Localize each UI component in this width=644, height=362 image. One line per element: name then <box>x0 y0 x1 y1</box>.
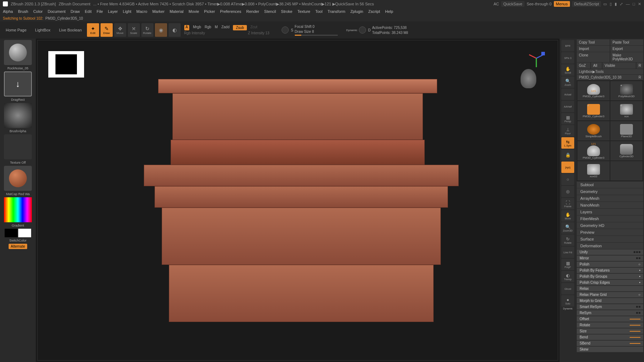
move-mode-button[interactable]: ✥Move <box>114 23 126 37</box>
drawsize-slider[interactable]: Draw Size 8 <box>295 30 338 34</box>
deform-resym[interactable]: ReSym <box>577 310 643 316</box>
menu-macro[interactable]: Macro <box>136 9 147 14</box>
xyz-button[interactable]: (xyz) <box>561 162 574 173</box>
color-picker[interactable] <box>4 197 32 222</box>
polyf-button[interactable]: ▦PolyF <box>561 259 574 270</box>
dynamic-label[interactable]: Dynamic <box>346 29 357 32</box>
gizmo-button[interactable]: ◉ <box>155 23 167 37</box>
deform-polishbygroups[interactable]: Polish By Groups• <box>577 274 643 279</box>
menu-help[interactable]: Help <box>385 9 393 14</box>
menu-edit[interactable]: Edit <box>85 9 92 14</box>
section-geometryhd[interactable]: Geometry HD <box>577 222 643 229</box>
swatch-white[interactable] <box>18 229 31 237</box>
focalshift-slider[interactable]: Focal Shift 0 <box>295 25 338 29</box>
tool-item-9[interactable] <box>610 161 643 180</box>
a-button[interactable]: A <box>184 25 190 30</box>
edit-mode-button[interactable]: ✦Edit <box>87 23 99 37</box>
alpha-thumbnail[interactable] <box>4 103 32 128</box>
current-tool-row[interactable]: PM3D_Cylinder3D5_10 38R <box>577 75 643 80</box>
goz-visible-button[interactable]: Visible <box>602 63 636 69</box>
aahalf-button[interactable]: AAHalf <box>561 101 574 112</box>
makepolymesh-button[interactable]: Make PolyMesh3D <box>610 52 643 62</box>
scale-mode-button[interactable]: ⤧Scale <box>128 23 140 37</box>
deform-unify[interactable]: Unify <box>577 249 643 255</box>
menu-layer[interactable]: Layer <box>108 9 118 14</box>
liveboolean-button[interactable]: Live Boolean <box>55 26 86 34</box>
menu-render[interactable]: Render <box>246 9 259 14</box>
menu-material[interactable]: Material <box>170 9 184 14</box>
menu-light[interactable]: Light <box>123 9 131 14</box>
menu-movie[interactable]: Movie <box>189 9 199 14</box>
import-button[interactable]: Import <box>577 46 610 52</box>
tool-item-3[interactable]: ❋xox <box>610 101 643 120</box>
solo-button[interactable]: ●Solo <box>561 295 574 307</box>
export-button[interactable]: Export <box>610 46 643 52</box>
menu-tool[interactable]: Tool <box>315 9 322 14</box>
draw-mode-button[interactable]: ✎Draw <box>101 23 113 37</box>
menu-zplugin[interactable]: Zplugin <box>350 9 363 14</box>
spix-button[interactable]: SPix 3 <box>561 52 574 64</box>
tool-item-7[interactable]: Cylinder3D <box>610 141 643 160</box>
linefill-button[interactable]: Line Fill <box>561 247 574 258</box>
close-icon[interactable]: ✕ <box>638 2 641 6</box>
lsym-button[interactable]: ⇆L.Sym <box>561 137 574 149</box>
clone-button[interactable]: Clone <box>577 52 610 62</box>
zadd-button[interactable]: Zadd <box>221 25 230 30</box>
zoom3d-button[interactable]: 🔍Zoom3D <box>561 222 574 234</box>
m-button[interactable]: M <box>215 25 218 30</box>
menu-preferences[interactable]: Preferences <box>220 9 241 14</box>
viewport[interactable] <box>37 40 558 361</box>
floor-button[interactable]: ⊥Floor <box>561 125 574 137</box>
section-subtool[interactable]: Subtool <box>577 182 643 188</box>
sculptris-button[interactable]: ◐ <box>169 23 181 37</box>
quicksave-button[interactable]: QuickSave <box>501 1 525 7</box>
menu-stroke[interactable]: Stroke <box>281 9 292 14</box>
minimize-icon[interactable]: — <box>626 2 630 6</box>
lightbox-button[interactable]: LightBox <box>31 26 54 34</box>
mrgb-button[interactable]: Mrgb <box>193 25 201 30</box>
menu-marker[interactable]: Marker <box>152 9 165 14</box>
frame-button[interactable]: ⛶Frame <box>561 198 574 209</box>
swatch-black[interactable] <box>5 229 18 237</box>
transp-button[interactable]: ◐Transp <box>561 271 574 282</box>
scroll-button[interactable]: ✋Scroll <box>561 64 574 76</box>
goz-all-button[interactable]: All <box>591 63 602 69</box>
deform-bend[interactable]: Bend <box>577 334 643 340</box>
zcut-button[interactable]: Zcut <box>250 25 257 30</box>
defaultzscript-button[interactable]: DefaultZScript <box>572 1 601 7</box>
menu-alpha[interactable]: Alpha <box>3 9 13 14</box>
menu-texture[interactable]: Texture <box>297 9 310 14</box>
deform-mirror[interactable]: Mirror <box>577 256 643 261</box>
move3d-button[interactable]: ✋Move <box>561 210 574 222</box>
deform-polishbyfeatures[interactable]: Polish By Features• <box>577 268 643 273</box>
material-thumbnail[interactable] <box>4 166 32 191</box>
seethrough-slider[interactable]: See-through 0 <box>527 2 552 6</box>
tool-item-1[interactable]: ✦PolyMesh3D <box>610 81 643 100</box>
layout3-icon[interactable]: ▮ <box>615 2 617 6</box>
deform-sbend[interactable]: SBend <box>577 341 643 346</box>
menu-stencil[interactable]: Stencil <box>264 9 276 14</box>
dynamic-icon[interactable] <box>359 26 366 34</box>
tool-item-8[interactable]: ❋xox02 <box>577 161 610 180</box>
goz-r-button[interactable]: R <box>636 63 643 69</box>
menu-brush[interactable]: Brush <box>18 9 28 14</box>
tool-item-5[interactable]: Plane3D <box>610 121 643 140</box>
lightbox-tools-header[interactable]: Lightbox▶Tools <box>577 69 643 74</box>
pastetool-button[interactable]: Paste Tool <box>610 39 643 45</box>
zoom-button[interactable]: 🔍Zoom <box>561 76 574 88</box>
drawsize-bar[interactable] <box>295 35 338 36</box>
tool-item-4[interactable]: SimpleBrush <box>577 121 610 140</box>
section-nanomesh[interactable]: NanoMesh <box>577 202 643 208</box>
deform-size[interactable]: Size <box>577 328 643 334</box>
texture-thumbnail[interactable] <box>4 134 32 159</box>
persp-button[interactable]: ▦Persp <box>561 113 574 124</box>
tool-item-6[interactable]: 121PM3D_Cylinder3 <box>577 141 610 160</box>
focal-icon[interactable] <box>282 26 289 34</box>
z-intensity-label[interactable]: Z Intensity 13 <box>248 31 269 35</box>
rotate-mode-button[interactable]: ↻Rotate <box>141 23 153 37</box>
goz-button[interactable]: GoZ <box>577 63 590 69</box>
rgb-button[interactable]: Rgb <box>205 25 211 30</box>
menu-transform[interactable]: Transform <box>327 9 345 14</box>
section-surface[interactable]: Surface <box>577 236 643 242</box>
layout1-icon[interactable]: ▭ <box>603 2 607 6</box>
